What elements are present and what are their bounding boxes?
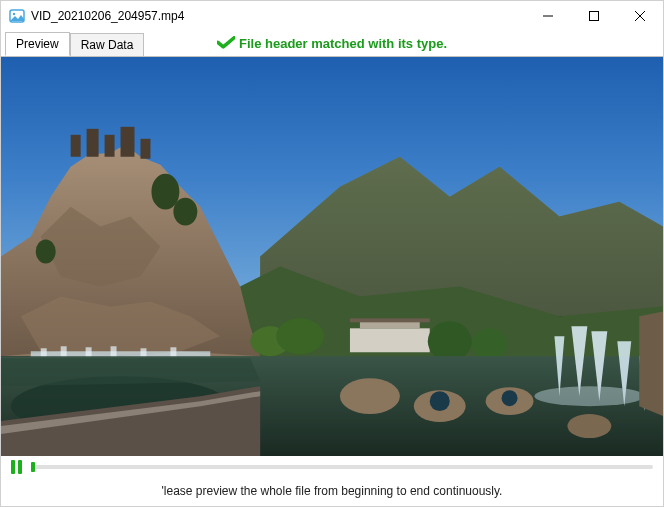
toolbar: Preview Raw Data File header matched wit… xyxy=(1,31,663,55)
pause-button[interactable] xyxy=(11,460,25,474)
svg-point-12 xyxy=(151,174,179,210)
svg-point-13 xyxy=(173,198,197,226)
video-frame xyxy=(1,57,663,456)
footer-hint: 'lease preview the whole file from begin… xyxy=(1,478,663,504)
tab-raw-data[interactable]: Raw Data xyxy=(70,33,145,56)
svg-point-36 xyxy=(567,414,611,438)
svg-rect-10 xyxy=(121,127,135,157)
tab-row: Preview Raw Data xyxy=(5,31,144,55)
svg-rect-17 xyxy=(350,318,430,322)
svg-point-14 xyxy=(36,240,56,264)
svg-point-35 xyxy=(502,390,518,406)
svg-point-21 xyxy=(276,318,324,354)
close-button[interactable] xyxy=(617,1,663,31)
titlebar: VID_20210206_204957.mp4 xyxy=(1,1,663,31)
minimize-button[interactable] xyxy=(525,1,571,31)
playback-controls xyxy=(1,456,663,478)
video-preview xyxy=(1,56,663,456)
svg-point-18 xyxy=(428,321,472,361)
svg-rect-15 xyxy=(350,328,430,352)
status-message: File header matched with its type. xyxy=(239,36,447,51)
tab-preview[interactable]: Preview xyxy=(5,32,70,56)
svg-rect-8 xyxy=(87,129,99,157)
svg-point-37 xyxy=(534,386,644,406)
seek-slider[interactable] xyxy=(33,465,653,469)
svg-point-33 xyxy=(430,391,450,411)
svg-point-1 xyxy=(13,13,15,15)
maximize-button[interactable] xyxy=(571,1,617,31)
svg-rect-9 xyxy=(105,135,115,157)
svg-rect-3 xyxy=(590,12,599,21)
svg-rect-7 xyxy=(71,135,81,157)
app-icon xyxy=(9,8,25,24)
svg-rect-11 xyxy=(140,139,150,159)
svg-point-19 xyxy=(472,328,508,360)
status-area: File header matched with its type. xyxy=(217,31,447,55)
check-icon xyxy=(217,36,235,50)
window-title: VID_20210206_204957.mp4 xyxy=(31,9,525,23)
svg-point-31 xyxy=(340,378,400,414)
